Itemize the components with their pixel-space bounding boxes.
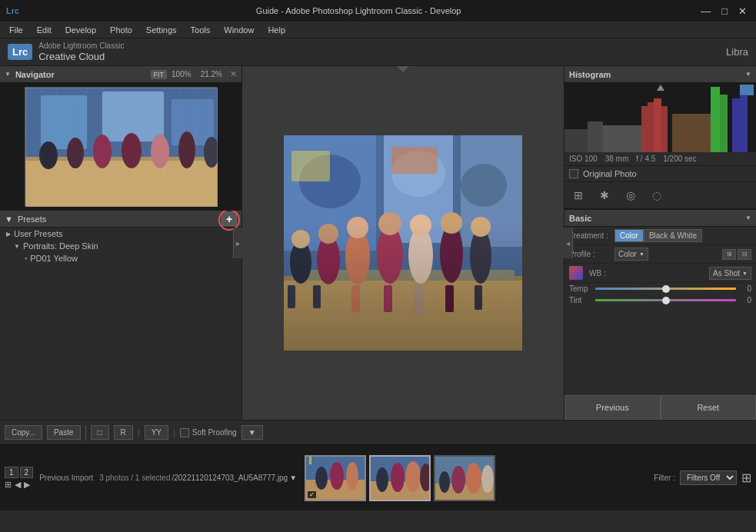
svg-rect-68 (309, 457, 311, 464)
tint-slider[interactable] (595, 299, 736, 301)
yy-btn1[interactable]: YY (145, 425, 168, 440)
soft-proof-row: Soft Proofing (180, 428, 237, 437)
film-next-arrow[interactable]: ▶ (24, 480, 30, 490)
navigator-close-icon[interactable]: ✕ (230, 69, 237, 79)
preset-user-presets[interactable]: ▶ User Presets (0, 228, 241, 240)
preset-portraits-group[interactable]: ▼ Portraits: Deep Skin (0, 240, 241, 252)
preset-pd01[interactable]: ▪ PD01 Yellow (0, 252, 241, 264)
thumb3-svg (435, 457, 495, 501)
window-title: Guide - Adobe Photoshop Lightroom Classi… (25, 6, 691, 15)
navigator-section: ▼ Navigator FIT 100% 21.2% ✕ (0, 66, 241, 211)
window-controls: — □ ✕ (698, 5, 750, 17)
film-grid-icon[interactable]: ⊞ (5, 480, 12, 490)
module-button[interactable]: Libra (726, 46, 748, 58)
film-thumb-1[interactable]: ✓ (305, 455, 366, 501)
paste-button[interactable]: Paste (47, 425, 81, 440)
heal-tool-icon[interactable]: ✱ (595, 186, 614, 204)
crop-btn[interactable]: □ (91, 425, 109, 440)
original-photo-label: Original Photo (583, 169, 637, 178)
menu-file[interactable]: File (3, 24, 29, 36)
film-thumb-2[interactable] (369, 455, 431, 501)
svg-point-73 (405, 461, 421, 492)
bw-button[interactable]: Black & White (644, 229, 702, 242)
svg-rect-62 (672, 114, 711, 152)
wb-dropdown[interactable]: As Shot ▼ (709, 267, 751, 280)
menu-bar: File Edit Develop Photo Settings Tools W… (0, 22, 756, 38)
restore-button[interactable]: □ (718, 5, 731, 17)
filename-dropdown-icon[interactable]: ▼ (289, 474, 297, 482)
navigator-zoom2[interactable]: 21.2% (201, 70, 222, 78)
svg-rect-59 (732, 98, 740, 152)
close-button[interactable]: ✕ (735, 5, 750, 17)
temp-value: 0 (739, 284, 751, 293)
wb-eyedropper-icon[interactable] (569, 266, 583, 280)
photo-overlay (284, 221, 522, 351)
basic-collapse-triangle[interactable]: ▼ (745, 214, 751, 221)
filmstrip-controls: 1 2 ⊞ ◀ ▶ (5, 467, 33, 490)
menu-photo[interactable]: Photo (104, 24, 138, 36)
center-top-arrow (397, 66, 409, 72)
film-prev-arrow[interactable]: ◀ (15, 480, 21, 490)
svg-rect-51 (565, 129, 588, 152)
center-content (242, 66, 564, 420)
color-button[interactable]: Color (614, 229, 644, 242)
brand-text: Adobe Lightroom Classic Creative Cloud (38, 42, 124, 62)
temp-slider[interactable] (595, 288, 736, 290)
profile-value: Color (618, 250, 637, 258)
svg-rect-56 (661, 106, 668, 152)
preset-item-icon: ▪ (25, 254, 27, 262)
navigator-image (0, 83, 241, 210)
filter-select[interactable]: Filters Off (680, 470, 737, 485)
temp-label: Temp (569, 284, 592, 293)
svg-point-78 (451, 466, 465, 494)
menu-settings[interactable]: Settings (140, 24, 183, 36)
presets-add-button[interactable]: + (221, 212, 237, 226)
original-photo-checkbox[interactable] (569, 169, 578, 178)
preset-item-label: PD01 Yellow (30, 254, 78, 263)
menu-help[interactable]: Help (261, 24, 291, 36)
histogram-svg (565, 83, 756, 152)
minimize-button[interactable]: — (698, 5, 714, 17)
mask-tool-icon[interactable]: ◎ (621, 186, 640, 204)
wb-row: WB : As Shot ▼ (565, 264, 756, 283)
film-import-label: Previous Import (39, 474, 93, 482)
presets-title: Presets (18, 214, 46, 224)
film-thumb-3[interactable] (434, 455, 495, 501)
treatment-label: Treatment : (569, 231, 611, 240)
profile-dropdown-arrow: ▼ (639, 251, 644, 257)
histogram-title: Histogram (569, 70, 741, 79)
navigator-fit[interactable]: FIT (151, 70, 168, 79)
soft-proof-checkbox[interactable] (180, 428, 189, 437)
navigator-zoom1[interactable]: 100% (172, 70, 191, 78)
page-num-1[interactable]: 1 (5, 467, 18, 478)
svg-rect-57 (711, 87, 720, 152)
grid-icon-1[interactable]: ⊞ (722, 249, 736, 260)
crop-tool-icon[interactable]: ⊞ (569, 186, 588, 204)
left-panel-collapse-arrow[interactable]: ▸ (233, 228, 242, 258)
brand-top: Adobe Lightroom Classic (38, 42, 124, 51)
right-panel-collapse-arrow[interactable]: ◂ (564, 228, 573, 258)
menu-tools[interactable]: Tools (185, 24, 217, 36)
previous-button[interactable]: Previous (565, 395, 661, 420)
navigator-triangle: ▼ (5, 71, 11, 78)
rotate-btn[interactable]: R (114, 425, 133, 440)
page-num-2[interactable]: 2 (20, 467, 34, 478)
filmstrip-grid-button[interactable]: ⊞ (741, 470, 751, 485)
reset-button[interactable]: Reset (661, 395, 757, 420)
copy-button[interactable]: Copy... (5, 425, 42, 440)
tint-slider-row: Tint 0 (565, 294, 756, 306)
menu-develop[interactable]: Develop (59, 24, 102, 36)
lrc-logo: Lrc (8, 44, 32, 60)
profile-dropdown[interactable]: Color ▼ (614, 248, 648, 261)
temp-slider-row: Temp 0 (565, 283, 756, 294)
grid-icon-2[interactable]: ⊟ (738, 249, 751, 260)
toolbar-sep: | (138, 428, 140, 437)
redeye-tool-icon[interactable]: ◌ (648, 186, 666, 204)
tint-label: Tint (569, 296, 592, 304)
toolbar-expand-btn[interactable]: ▼ (241, 425, 263, 440)
menu-window[interactable]: Window (218, 24, 260, 36)
basic-header: Basic ▼ (565, 210, 756, 227)
histogram-collapse-triangle[interactable]: ▼ (745, 71, 751, 78)
menu-edit[interactable]: Edit (31, 24, 58, 36)
svg-point-79 (466, 463, 481, 494)
